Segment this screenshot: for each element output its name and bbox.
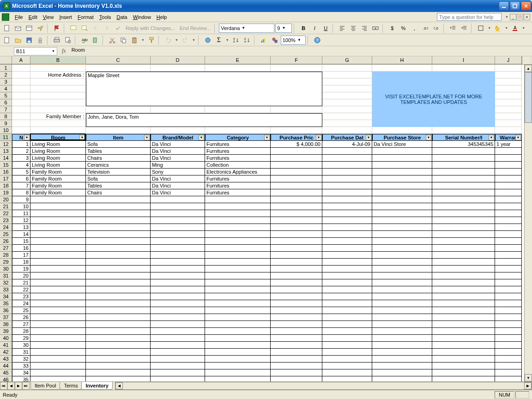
cell[interactable] xyxy=(495,376,522,381)
cell[interactable] xyxy=(86,203,151,210)
menu-file[interactable]: File xyxy=(12,13,26,21)
cell[interactable] xyxy=(495,189,522,196)
cell[interactable] xyxy=(372,376,432,381)
cell[interactable]: Sofa xyxy=(86,175,151,182)
cell[interactable] xyxy=(322,217,372,224)
cell[interactable] xyxy=(432,376,495,381)
chevron-down-icon[interactable]: ▼ xyxy=(297,38,301,42)
cell[interactable] xyxy=(322,272,372,279)
cell[interactable] xyxy=(432,349,495,356)
filter-arrow-icon[interactable]: ▼ xyxy=(24,135,30,140)
cell[interactable]: Furnitures xyxy=(205,148,271,155)
cell[interactable] xyxy=(205,363,271,369)
cell[interactable] xyxy=(86,259,151,266)
save-icon[interactable] xyxy=(24,35,34,45)
row-head-23[interactable]: 23 xyxy=(0,217,12,224)
cell[interactable] xyxy=(432,286,495,293)
cell[interactable] xyxy=(495,342,522,349)
cell[interactable] xyxy=(432,369,495,376)
chevron-down-icon[interactable]: ▼ xyxy=(487,26,492,30)
cell[interactable] xyxy=(151,217,205,224)
row-head-1[interactable]: 1 xyxy=(0,65,12,72)
row-head-11[interactable]: 11 xyxy=(0,134,12,141)
cell[interactable] xyxy=(271,127,322,134)
col-head-C[interactable]: C xyxy=(86,56,151,64)
cell[interactable] xyxy=(432,266,495,272)
cell[interactable]: 20 xyxy=(12,272,30,279)
cell[interactable] xyxy=(372,293,432,300)
sort-desc-icon[interactable]: ZA xyxy=(242,35,252,45)
row-head-32[interactable]: 32 xyxy=(0,279,12,286)
cell[interactable] xyxy=(151,65,205,72)
cell[interactable] xyxy=(495,259,522,266)
cell[interactable] xyxy=(322,182,372,189)
cell[interactable] xyxy=(495,79,522,85)
cell[interactable] xyxy=(322,307,372,314)
cell[interactable]: $ 4,000.00 xyxy=(271,141,322,148)
cell[interactable] xyxy=(495,106,522,113)
cell[interactable]: Living Room xyxy=(30,148,86,155)
cell[interactable] xyxy=(205,224,271,231)
close-button[interactable] xyxy=(521,1,531,11)
cell[interactable] xyxy=(372,328,432,335)
row-head-6[interactable]: 6 xyxy=(0,99,12,106)
doc-restore-button[interactable]: □ xyxy=(517,14,523,20)
cell[interactable] xyxy=(372,224,432,231)
menu-edit[interactable]: Edit xyxy=(26,13,40,21)
cell[interactable] xyxy=(30,342,86,349)
row-head-45[interactable]: 45 xyxy=(0,369,12,376)
cell[interactable] xyxy=(322,224,372,231)
cell[interactable]: 9 xyxy=(12,196,30,203)
cell[interactable] xyxy=(151,259,205,266)
cell[interactable] xyxy=(86,238,151,245)
menu-data[interactable]: Data xyxy=(114,13,130,21)
cell[interactable]: Tables xyxy=(86,182,151,189)
zoom-combo[interactable]: 100%▼ xyxy=(281,36,306,45)
format-painter-icon[interactable] xyxy=(146,35,157,45)
cell[interactable]: 345345345 xyxy=(432,141,495,148)
cell[interactable] xyxy=(151,203,205,210)
vertical-scrollbar[interactable]: ▲ ▼ xyxy=(524,65,532,381)
cell[interactable] xyxy=(495,196,522,203)
cell[interactable] xyxy=(30,369,86,376)
doc-close-button[interactable]: × xyxy=(524,14,530,20)
cell[interactable] xyxy=(322,300,372,307)
cell[interactable] xyxy=(30,127,86,134)
row-head-19[interactable]: 19 xyxy=(0,189,12,196)
cell[interactable] xyxy=(372,259,432,266)
cell[interactable] xyxy=(495,162,522,169)
paste-icon[interactable] xyxy=(129,35,139,45)
cell[interactable] xyxy=(495,155,522,162)
cell[interactable] xyxy=(432,342,495,349)
cell[interactable] xyxy=(30,65,86,72)
cell[interactable] xyxy=(432,293,495,300)
cell[interactable] xyxy=(495,245,522,252)
filter-arrow-icon[interactable]: ▼ xyxy=(316,135,321,140)
cell[interactable] xyxy=(322,72,372,79)
cell[interactable]: Living Room xyxy=(30,155,86,162)
row-head-33[interactable]: 33 xyxy=(0,286,12,293)
cell[interactable] xyxy=(495,224,522,231)
cell[interactable] xyxy=(30,356,86,363)
cell[interactable] xyxy=(86,363,151,369)
chevron-down-icon[interactable]: ▼ xyxy=(242,26,245,30)
drawing-icon[interactable] xyxy=(270,35,280,45)
sheet-tab-item-pool[interactable]: Item Pool xyxy=(30,382,60,390)
cell[interactable]: Furnitures xyxy=(205,155,271,162)
cell[interactable] xyxy=(86,300,151,307)
chevron-down-icon[interactable]: ▼ xyxy=(282,26,285,30)
cell[interactable] xyxy=(372,272,432,279)
cell[interactable] xyxy=(372,155,432,162)
merge-center-icon[interactable]: a xyxy=(370,23,381,33)
cell[interactable] xyxy=(151,328,205,335)
cell[interactable] xyxy=(205,245,271,252)
cell[interactable]: Sofa xyxy=(86,141,151,148)
cells-area[interactable]: Home Address :Mapple StreetFamily Member… xyxy=(12,65,524,381)
cell[interactable]: Da Vinci xyxy=(151,141,205,148)
formula-input[interactable]: Room xyxy=(70,47,531,55)
cell[interactable] xyxy=(86,335,151,342)
help-search-input[interactable] xyxy=(437,13,502,21)
comma-button[interactable]: , xyxy=(409,23,419,33)
cell[interactable]: Family Room xyxy=(30,169,86,175)
edit-comment-icon[interactable] xyxy=(79,23,90,33)
